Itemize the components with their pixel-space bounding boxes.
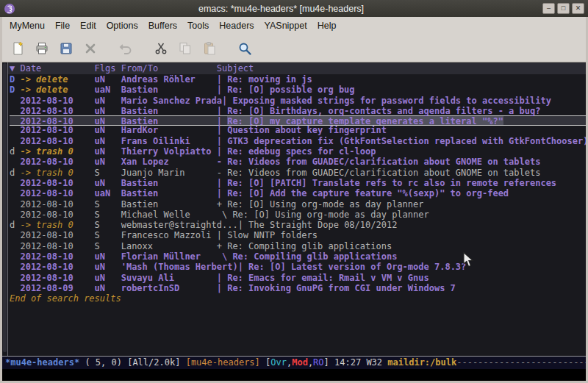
- maximize-icon[interactable]: □: [557, 3, 570, 14]
- column-header-from[interactable]: From/To: [121, 62, 217, 74]
- message-subject: Re: [O] [PATCH] Translate refs to rc als…: [227, 178, 556, 188]
- message-row[interactable]: 2012-08-10uNFrans Oilinki|GTK3 deprecati…: [10, 136, 586, 146]
- menu-item-mymenu[interactable]: MyMenu: [4, 18, 50, 33]
- message-flags: uN: [95, 273, 121, 283]
- message-from: Michael Welle: [121, 210, 217, 220]
- message-row[interactable]: 2012-08-10uNBastien|Re: [O] Birthdays, o…: [10, 106, 586, 116]
- message-date: -> trash 0: [20, 146, 94, 157]
- message-subject: Re: [O] possible org bug: [227, 85, 354, 95]
- message-row[interactable]: 2012-08-10SLanoxx+Re: Compiling glib app…: [10, 241, 586, 251]
- message-row[interactable]: 2012-08-10SMichael Welle \Re: [O] Using …: [10, 210, 586, 220]
- message-row[interactable]: 2012-08-10uNBastien|Re: [O] [PATCH] Tran…: [10, 178, 586, 188]
- message-subject: Re: [O] Add the capture feature "%(sexp)…: [227, 188, 509, 198]
- minimize-icon[interactable]: –: [542, 3, 555, 14]
- mark-flag: [10, 251, 20, 262]
- message-row[interactable]: 2012-08-10uNBastien|Re: [O] my capture t…: [10, 115, 586, 126]
- message-date: -> trash 0: [20, 220, 94, 230]
- mark-flag: [10, 125, 20, 135]
- message-row[interactable]: d-> trash 0SJuanjo Marin-Re: Videos from…: [10, 168, 586, 178]
- menu-item-tools[interactable]: Tools: [182, 18, 214, 33]
- thread-connector: \: [217, 251, 233, 262]
- message-from: Thierry Volpiatto: [121, 146, 217, 157]
- thread-connector: |: [217, 74, 227, 85]
- message-flags: S: [95, 241, 121, 251]
- message-row[interactable]: 2012-08-10uN'Mash (Thomas Herbert)|Re: […: [10, 262, 586, 272]
- message-date: 2012-08-10: [20, 125, 94, 135]
- message-row[interactable]: D-> deleteuaNBastien|Re: [O] possible or…: [10, 85, 586, 95]
- message-from: Mario Sanchez Prada: [121, 96, 222, 106]
- message-row[interactable]: 2012-08-10uaNBastien|Re: [O] Add the cap…: [10, 188, 586, 198]
- message-subject: Re: [O] Birthdays, org-contacts and agen…: [227, 106, 540, 116]
- message-date: -> delete: [20, 85, 94, 95]
- echo-area[interactable]: [2, 369, 586, 381]
- message-row[interactable]: d-> trash 0uNThierry Volpiatto|Re: edebu…: [10, 146, 586, 157]
- message-flags: uN: [95, 178, 121, 188]
- mark-flag: [10, 210, 20, 220]
- thread-connector: -: [217, 168, 227, 178]
- modeline-position: ( 5, 0): [85, 357, 127, 368]
- message-row[interactable]: 2012-08-10uNXan Lopez-Re: Videos from GU…: [10, 157, 586, 167]
- message-flags: S: [95, 210, 121, 220]
- end-of-search-results: End of search results: [10, 293, 586, 304]
- thread-connector: |: [222, 96, 232, 106]
- menu-item-buffers[interactable]: Buffers: [143, 18, 182, 33]
- message-from: HardKor: [121, 125, 217, 135]
- message-flags: uN: [95, 283, 121, 293]
- header-line: ▼ Date Flgs From/To Subject: [8, 62, 586, 74]
- modeline-query-info: [All/2.0k]: [127, 357, 185, 368]
- message-row[interactable]: D-> deleteuNAndreas Röhler|Re: moving in…: [10, 74, 586, 85]
- new-file-icon[interactable]: [6, 37, 29, 60]
- close-icon[interactable]: ✕: [572, 3, 584, 14]
- message-from: Andreas Röhler: [121, 74, 217, 85]
- save-icon[interactable]: [54, 37, 77, 60]
- mark-flag: [10, 273, 20, 283]
- menu-item-edit[interactable]: Edit: [75, 18, 101, 33]
- message-row[interactable]: 2012-08-10uNSuvayu Ali|Re: Emacs for ema…: [10, 273, 586, 283]
- message-date: -> delete: [20, 74, 94, 85]
- thread-connector: |: [217, 106, 227, 116]
- thread-connector: -: [217, 157, 227, 167]
- emacs-app-icon: [4, 3, 15, 15]
- message-row[interactable]: 2012-08-10SBastien+Re: [O] Using org-mod…: [10, 199, 586, 210]
- titlebar[interactable]: emacs: *mu4e-headers* [mu4e-headers] –□✕: [0, 0, 588, 17]
- search-icon[interactable]: [233, 37, 256, 60]
- mark-flag: [10, 230, 20, 240]
- cut-icon[interactable]: [149, 37, 172, 60]
- menu-item-help[interactable]: Help: [312, 18, 342, 33]
- message-date: 2012-08-10: [20, 210, 94, 220]
- message-row[interactable]: 2012-08-10uNMario Sanchez Prada|Exposing…: [10, 96, 586, 106]
- menu-item-headers[interactable]: Headers: [214, 18, 259, 33]
- mark-flag: [10, 157, 20, 167]
- message-row[interactable]: d-> trash 0Swebmaster@straightd...|The S…: [10, 220, 586, 230]
- emacs-window: emacs: *mu4e-headers* [mu4e-headers] –□✕…: [0, 0, 588, 383]
- message-date: 2012-08-10: [20, 273, 94, 283]
- message-row[interactable]: 2012-08-10SFrancesco Mazzoli|Slow NNTP f…: [10, 230, 586, 240]
- thread-connector: \: [217, 210, 233, 220]
- window-frame: MyMenuFileEditOptionsBuffersToolsHeaders…: [0, 17, 588, 383]
- message-flags: S: [95, 168, 121, 178]
- message-from: Juanjo Marin: [121, 168, 217, 178]
- modeline-buffer-name: *mu4e-headers*: [5, 357, 85, 368]
- message-flags: uaN: [95, 188, 121, 198]
- mark-flag: [10, 262, 20, 272]
- message-row[interactable]: 2012-08-10uNHardKor|Question about key f…: [10, 125, 586, 135]
- menu-item-file[interactable]: File: [50, 18, 75, 33]
- modeline-readonly-indicator: RO: [313, 357, 323, 368]
- message-subject: Slow NNTP folders: [227, 230, 318, 240]
- scrollbar[interactable]: [2, 62, 8, 356]
- column-header-subject[interactable]: Subject: [217, 62, 254, 74]
- menu-item-options[interactable]: Options: [101, 18, 143, 33]
- message-subject: Re: edebug specs for cl-loop: [227, 146, 376, 157]
- menu-item-yasnippet[interactable]: YASnippet: [259, 18, 312, 33]
- window-controls: –□✕: [542, 3, 584, 14]
- column-header-flags[interactable]: Flgs: [95, 62, 121, 74]
- message-subject: Question about key fingerprint: [227, 125, 387, 135]
- thread-connector: |: [217, 283, 227, 293]
- print-icon[interactable]: [30, 37, 53, 60]
- column-header-date[interactable]: ▼ Date: [10, 62, 95, 74]
- message-row[interactable]: 2012-08-10uNFlorian Müllner \Re: Compili…: [10, 251, 586, 262]
- close-buffer-icon[interactable]: [79, 37, 101, 60]
- scrollbar-thumb[interactable]: [3, 63, 7, 352]
- thread-connector: |: [217, 146, 227, 157]
- message-row[interactable]: 2012-08-09uNrobertcInSD|Re: Invoking Gnu…: [10, 283, 586, 293]
